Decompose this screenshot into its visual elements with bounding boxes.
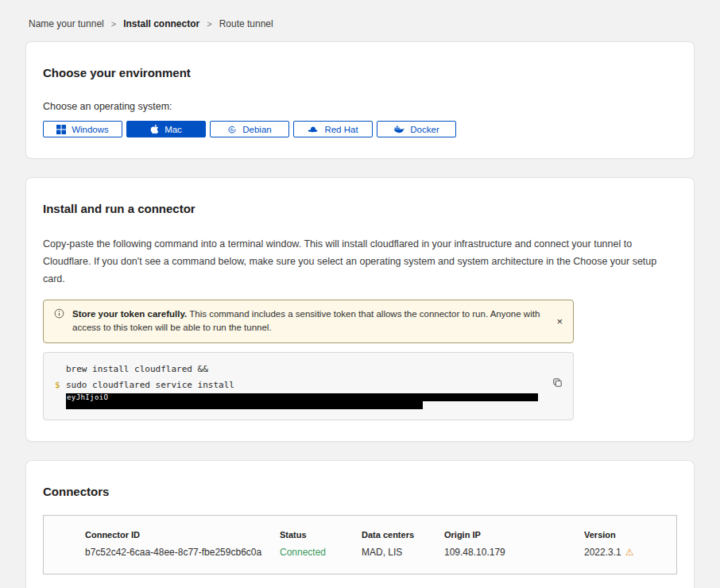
os-button-redhat[interactable]: Red Hat [293, 121, 373, 137]
header-origin-ip: Origin IP [444, 530, 584, 540]
windows-icon [56, 125, 66, 134]
token-line-2 [55, 401, 541, 409]
install-connector-card: Install and run a connector Copy-paste t… [25, 177, 695, 442]
header-version: Version [584, 530, 668, 540]
os-button-docker[interactable]: Docker [377, 121, 456, 137]
os-button-label: Mac [165, 125, 182, 134]
connectors-card-title: Connectors [43, 485, 677, 498]
apple-icon [150, 124, 159, 134]
breadcrumb-step-install-connector[interactable]: Install connector [123, 18, 199, 29]
prompt-spacer [55, 393, 66, 401]
token-warning-alert: Store your token carefully. This command… [43, 300, 574, 344]
tunnel-setup-page: Name your tunnel > Install connector > R… [0, 0, 720, 588]
version-value: 2022.3.1 [584, 547, 621, 558]
header-data-centers: Data centers [362, 530, 444, 540]
command-line-1: brew install cloudflared && [55, 362, 541, 377]
redacted-token-bar: eyJhIjoiO [66, 393, 538, 401]
connectors-table-header: Connector ID Status Data centers Origin … [85, 530, 668, 540]
prompt-spacer [55, 362, 66, 377]
token-prefix: eyJhIjoiO [66, 393, 108, 401]
connectors-table: Connector ID Status Data centers Origin … [43, 515, 677, 574]
docker-icon [393, 125, 405, 133]
cell-version: 2022.3.1 ⚠ [584, 547, 668, 558]
command-text: brew install cloudflared && [66, 362, 208, 377]
status-badge: Connected [280, 547, 362, 558]
token-warning-bold: Store your token carefully. [72, 309, 187, 319]
environment-card-title: Choose your environment [43, 66, 677, 79]
breadcrumb-separator: > [207, 19, 211, 29]
os-button-label: Windows [72, 125, 109, 134]
header-status: Status [280, 530, 362, 540]
connectors-card: Connectors Connector ID Status Data cent… [25, 460, 695, 588]
os-button-label: Debian [242, 125, 271, 134]
cell-origin-ip: 109.48.10.179 [444, 547, 584, 558]
os-button-group: Windows Mac Debian Red Hat [43, 121, 677, 137]
os-button-mac[interactable]: Mac [126, 121, 206, 137]
debian-icon [227, 125, 237, 134]
header-connector-id: Connector ID [85, 530, 280, 540]
cell-connector-id: b7c52c42-6caa-48ee-8c77-fbe259cb6c0a [85, 547, 280, 558]
install-instructions: Copy-paste the following command into a … [43, 236, 677, 288]
environment-card: Choose your environment Choose an operat… [25, 41, 695, 159]
warning-icon: ⚠ [625, 547, 634, 557]
table-row: b7c52c42-6caa-48ee-8c77-fbe259cb6c0a Con… [85, 547, 668, 558]
breadcrumb-separator: > [111, 19, 116, 29]
info-circle-icon [54, 308, 64, 336]
token-warning-text: Store your token carefully. This command… [72, 308, 546, 336]
install-command-block: brew install cloudflared && $ sudo cloud… [43, 352, 574, 420]
close-icon[interactable]: × [552, 315, 567, 328]
breadcrumb-step-route-tunnel[interactable]: Route tunnel [219, 18, 273, 29]
token-line-1: eyJhIjoiO [55, 393, 541, 401]
command-text: sudo cloudflared service install [66, 377, 234, 393]
breadcrumb: Name your tunnel > Install connector > R… [25, 0, 695, 41]
os-button-debian[interactable]: Debian [210, 121, 289, 137]
os-button-windows[interactable]: Windows [43, 121, 122, 137]
cell-data-centers: MAD, LIS [362, 547, 444, 558]
install-connector-title: Install and run a connector [43, 202, 677, 215]
redhat-icon [308, 126, 319, 133]
os-select-label: Choose an operating system: [43, 101, 677, 112]
os-button-label: Docker [410, 125, 439, 134]
prompt-spacer [55, 401, 66, 409]
copy-icon[interactable] [551, 376, 564, 392]
breadcrumb-step-name-your-tunnel[interactable]: Name your tunnel [29, 18, 104, 29]
command-line-2: $ sudo cloudflared service install [55, 377, 541, 393]
redacted-token-bar [66, 401, 423, 409]
shell-prompt: $ [55, 377, 66, 393]
os-button-label: Red Hat [324, 125, 358, 134]
